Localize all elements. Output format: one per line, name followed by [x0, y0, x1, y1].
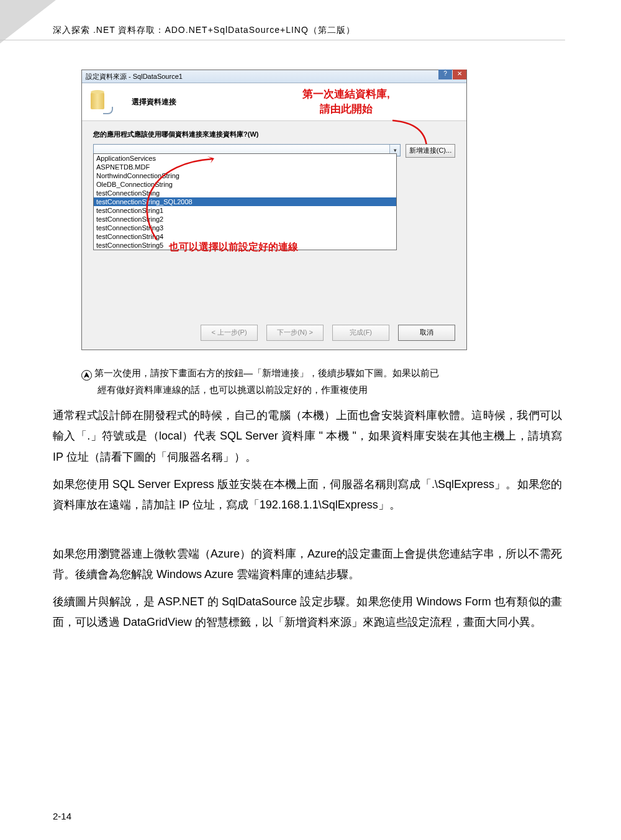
- connection-option[interactable]: testConnectionString4: [94, 232, 396, 241]
- annotation-existing-connection: 也可以選擇以前設定好的連線: [169, 241, 298, 254]
- connection-option[interactable]: testConnectionString: [94, 189, 396, 197]
- wizard-button-row: < 上一步(P) 下一步(N) > 完成(F) 取消: [201, 325, 455, 341]
- connection-option[interactable]: testConnectionString_SQL2008: [94, 197, 396, 206]
- figure-caption: ⮝第一次使用，請按下畫面右方的按鈕—「新增連接」，後續步驟如下圖。如果以前已 經…: [81, 364, 528, 398]
- wizard-body: 您的應用程式應該使用哪個資料連接來連接資料庫?(W) ▾ 新增連接(C)... …: [82, 121, 466, 158]
- titlebar-close-button[interactable]: ✕: [453, 70, 466, 79]
- page-header: 深入探索 .NET 資料存取：ADO.NET+SqlDataSource+LIN…: [53, 25, 355, 36]
- body-paragraph-2: 如果您使用 SQL Server Express 版並安裝在本機上面，伺服器名稱…: [53, 474, 562, 516]
- body-paragraph-1: 通常程式設計師在開發程式的時候，自己的電腦（本機）上面也會安裝資料庫軟體。這時候…: [53, 405, 562, 467]
- connection-option[interactable]: testConnectionString1: [94, 206, 396, 215]
- new-connection-button[interactable]: 新增連接(C)...: [406, 144, 455, 158]
- caption-marker-icon: ⮝: [81, 370, 92, 381]
- sqldatasource-wizard-dialog: 設定資料來源 - SqlDataSource1 ? ✕ 選擇資料連接 第一次連結…: [81, 70, 467, 350]
- finish-button[interactable]: 完成(F): [332, 325, 389, 341]
- cancel-button[interactable]: 取消: [398, 325, 455, 341]
- connection-option[interactable]: ASPNETDB.MDF: [94, 163, 396, 171]
- titlebar-help-button[interactable]: ?: [438, 70, 452, 79]
- caption-line2: 經有做好資料庫連線的話，也可以挑選以前設定好的，作重複使用: [81, 381, 528, 398]
- wizard-step-title: 選擇資料連接: [132, 97, 176, 107]
- header-divider: [0, 40, 565, 40]
- next-button[interactable]: 下一步(N) >: [266, 325, 324, 341]
- header-corner-decoration: [0, 0, 56, 43]
- caption-line1: 第一次使用，請按下畫面右方的按鈕—「新增連接」，後續步驟如下圖。如果以前已: [94, 368, 439, 378]
- connection-dropdown-list[interactable]: ApplicationServicesASPNETDB.MDFNorthwind…: [93, 153, 397, 250]
- database-icon: [91, 92, 109, 113]
- body-paragraph-4: 後續圖片與解說，是 ASP.NET 的 SqlDataSource 設定步驟。如…: [53, 592, 562, 633]
- connection-option[interactable]: testConnectionString2: [94, 215, 396, 224]
- connection-option[interactable]: ApplicationServices: [94, 154, 396, 163]
- annotation-first-connect: 第一次連結資料庫, 請由此開始: [302, 87, 390, 117]
- dialog-title: 設定資料來源 - SqlDataSource1: [86, 73, 183, 80]
- body-paragraph-3: 如果您用瀏覽器連上微軟雲端（Azure）的資料庫，Azure的設定畫面上會提供您…: [53, 544, 562, 585]
- page-number: 2-14: [53, 811, 71, 821]
- connection-option[interactable]: NorthwindConnectionString: [94, 171, 396, 180]
- prev-button[interactable]: < 上一步(P): [201, 325, 258, 341]
- connection-prompt: 您的應用程式應該使用哪個資料連接來連接資料庫?(W): [93, 130, 455, 139]
- connection-option[interactable]: testConnectionString3: [94, 224, 396, 232]
- connection-option[interactable]: OleDB_ConnectionString: [94, 180, 396, 189]
- wizard-header: 選擇資料連接 第一次連結資料庫, 請由此開始: [82, 83, 466, 121]
- dialog-titlebar: 設定資料來源 - SqlDataSource1 ? ✕: [82, 70, 466, 83]
